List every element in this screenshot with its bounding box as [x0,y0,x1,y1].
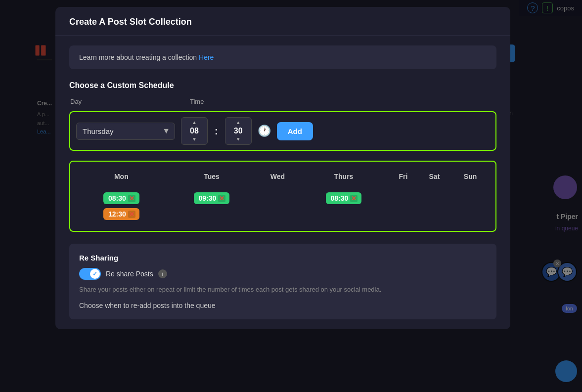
clock-icon[interactable]: 🕐 [258,125,271,137]
hour-value: 08 [188,126,201,136]
col-wed: Wed [257,168,298,187]
resharing-box: Re Sharing ✓ Re share Posts i Share your… [69,244,496,319]
day-label: Day [70,98,184,105]
info-link[interactable]: Here [199,53,214,61]
minute-value: 30 [232,126,245,136]
hour-down-button[interactable]: ▼ [190,136,199,142]
mon-slot-0830-time: 08:30 [108,194,126,202]
resharing-description: Share your posts either on repeat or lim… [79,285,487,295]
mon-slots: 08:30 ✕ 12:30 ✕ [78,190,165,222]
tues-slot-0930-time: 09:30 [199,194,217,202]
mon-slot-1230-remove[interactable]: ✕ [128,211,135,218]
toggle-row: ✓ Re share Posts i [79,268,487,280]
resharing-title: Re Sharing [79,254,487,262]
sun-cell [451,187,490,225]
thurs-slot-0830: 08:30 ✕ [326,192,362,204]
schedule-selector: Thursday Monday Tuesday Wednesday Friday… [69,111,496,151]
toggle-check-icon: ✓ [92,270,97,277]
modal-dialog: Create A Post Slot Collection Learn more… [55,7,510,329]
thurs-cell: 08:30 ✕ [299,187,389,225]
add-button[interactable]: Add [277,122,313,140]
hour-up-button[interactable]: ▲ [190,120,199,126]
section-title: Choose a Custom Schedule [69,81,496,90]
fri-cell [389,187,418,225]
info-box: Learn more about creating a collection H… [69,45,496,69]
schedule-table: Mon Tues Wed Thurs Fri Sat Sun [76,168,490,225]
thurs-slots: 08:30 ✕ [301,190,387,206]
minute-down-button[interactable]: ▼ [234,136,243,142]
tues-slot-0930-remove[interactable]: ✕ [218,195,225,202]
wed-cell [257,187,298,225]
modal-body: Learn more about creating a collection H… [55,36,510,329]
tues-slots: 09:30 ✕ [169,190,255,206]
day-select[interactable]: Thursday Monday Tuesday Wednesday Friday… [76,123,175,140]
col-mon: Mon [76,168,167,187]
col-fri: Fri [389,168,418,187]
toggle-label: Re share Posts [106,270,153,278]
day-select-wrapper: Thursday Monday Tuesday Wednesday Friday… [76,123,175,140]
sat-cell [418,187,451,225]
col-sat: Sat [418,168,451,187]
tues-cell: 09:30 ✕ [167,187,257,225]
time-colon: : [214,126,219,137]
mon-slot-1230-time: 12:30 [108,210,126,218]
minute-spinner: ▲ 30 ▼ [225,117,252,145]
schedule-table-wrapper: Mon Tues Wed Thurs Fri Sat Sun [69,161,496,232]
modal-title: Create A Post Slot Collection [69,17,192,27]
mon-cell: 08:30 ✕ 12:30 ✕ [76,187,167,225]
mon-slot-0830-remove[interactable]: ✕ [128,195,135,202]
reshare-toggle[interactable]: ✓ [79,268,101,280]
mon-slot-1230: 12:30 ✕ [103,208,139,220]
mon-slot-0830: 08:30 ✕ [103,192,139,204]
col-sun: Sun [451,168,490,187]
modal-header: Create A Post Slot Collection [55,7,510,36]
thurs-slot-0830-remove[interactable]: ✕ [350,195,358,202]
toggle-thumb: ✓ [90,269,100,279]
reshare-info-icon[interactable]: i [158,269,167,278]
col-tues: Tues [167,168,257,187]
tues-slot-0930: 09:30 ✕ [194,192,230,204]
time-label: Time [190,98,204,105]
resharing-sub-label: Choose when to re-add posts into the que… [79,302,487,309]
col-thurs: Thurs [299,168,389,187]
hour-spinner: ▲ 08 ▼ [181,117,208,145]
thurs-slot-0830-time: 08:30 [331,194,349,202]
info-box-text: Learn more about creating a collection [79,53,199,61]
minute-up-button[interactable]: ▲ [234,120,243,126]
